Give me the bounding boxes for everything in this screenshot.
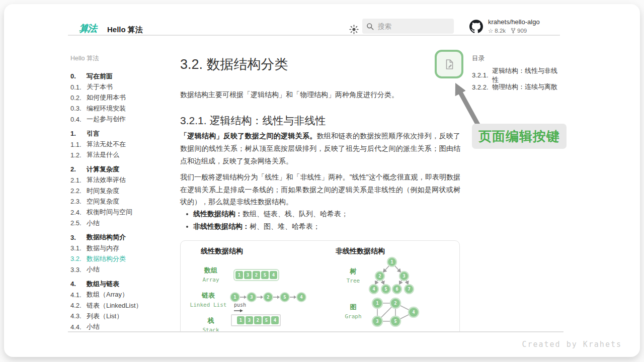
sidebar-item-4-4[interactable]: 4.4.小结 (70, 322, 176, 332)
sidebar-item-2-2[interactable]: 2.2.时间复杂度 (70, 186, 176, 196)
push-label: push (234, 302, 246, 308)
content-bottom-edge (68, 331, 564, 332)
section-heading: 3.2.1. 逻辑结构：线性与非线性 (180, 114, 460, 128)
sidebar-item-2-1[interactable]: 2.1.算法效率评估 (70, 175, 176, 186)
star-count: 8.2k (495, 28, 506, 34)
sidebar-title[interactable]: Hello 算法 (70, 54, 176, 63)
sidebar-nav: Hello 算法 0.写在前面 0.1.关于本书 0.2.如何使用本书 0.3.… (70, 54, 176, 332)
tree-label: 树 Tree (339, 267, 367, 284)
svg-text:3: 3 (403, 274, 405, 279)
linked-list-diagram: 1 3 2 5 4 (230, 291, 306, 303)
fork-count: 909 (517, 28, 527, 34)
arrow-icon (240, 292, 247, 302)
sidebar-item-3[interactable]: 3.数据结构简介 (70, 232, 176, 242)
sidebar-item-2-4[interactable]: 2.4.权衡时间与空间 (70, 207, 176, 218)
stack-label: 栈 Stack (190, 316, 232, 331)
bullet-list: 线性数据结构：数组、链表、栈、队列、哈希表； 非线性数据结构：树、图、堆、哈希表… (180, 208, 460, 233)
sidebar-item-1-2[interactable]: 1.2.算法是什么 (70, 150, 176, 160)
tree-diagram: 1 2 3 4 5 6 7 (366, 254, 418, 298)
sidebar-item-0-4[interactable]: 0.4.一起参与创作 (70, 114, 176, 125)
toc-title: 目录 (472, 54, 562, 63)
search-box[interactable] (362, 19, 454, 34)
graph-diagram: 1 2 4 3 5 (369, 296, 422, 329)
svg-text:2: 2 (378, 274, 381, 279)
sidebar-item-3-1[interactable]: 3.1.数据与内存 (70, 243, 176, 253)
sidebar-item-2[interactable]: 2.计算复杂度 (70, 164, 176, 174)
repo-name: krahets/hello-algo (488, 18, 540, 26)
sidebar-item-0-2[interactable]: 0.2.如何使用本书 (70, 93, 176, 103)
array-label: 数组 Array (190, 266, 232, 283)
edit-page-button[interactable] (435, 50, 463, 78)
list-item: 非线性数据结构：树、图、堆、哈希表； (180, 221, 460, 233)
annotation-arrow-icon (445, 79, 483, 129)
sidebar-item-4[interactable]: 4.数组与链表 (70, 279, 176, 289)
array-diagram: 1 3 2 5 4 (233, 269, 279, 281)
brightness-icon (349, 25, 359, 34)
fork-icon (511, 28, 516, 34)
svg-text:1: 1 (390, 259, 393, 264)
stack-diagram: 1 3 2 5 4 (231, 314, 281, 326)
repo-stats: ☆8.2k 909 (488, 27, 540, 34)
svg-text:5: 5 (394, 319, 396, 324)
sidebar-item-2-5[interactable]: 2.5.小结 (70, 218, 176, 228)
sidebar-item-0[interactable]: 0.写在前面 (70, 71, 176, 81)
svg-text:7: 7 (408, 287, 410, 292)
sidebar-item-3-3[interactable]: 3.3.小结 (70, 264, 176, 275)
logical-structure-paragraph: 「逻辑结构」反映了数据之间的逻辑关系。数组和链表的数据按照顺序依次排列，反映了数… (180, 130, 460, 167)
page-toc: 目录 3.2.1.逻辑结构：线性与非线性 3.2.2.物理结构：连续与离散 (472, 54, 562, 93)
sidebar-item-3-2-active[interactable]: 3.2.数据结构分类 (70, 253, 176, 264)
svg-text:6: 6 (395, 287, 398, 292)
sidebar-item-1-1[interactable]: 1.1.算法无处不在 (70, 139, 176, 149)
arrow-icon (290, 292, 296, 302)
graph-label: 图 Graph (337, 303, 370, 320)
search-input[interactable] (378, 23, 443, 30)
figure-linear-title: 线性数据结构 (201, 247, 243, 256)
sidebar-item-4-3[interactable]: 4.3.列表（List） (70, 311, 176, 321)
search-icon (366, 23, 374, 30)
annotation-label: 页面编辑按键 (472, 124, 567, 149)
sidebar-item-0-1[interactable]: 0.1.关于本书 (70, 81, 176, 92)
star-icon: ☆ (488, 27, 493, 34)
edit-file-icon (443, 58, 455, 70)
toc-item-logical[interactable]: 3.2.1.逻辑结构：线性与非线性 (472, 69, 562, 81)
svg-text:2: 2 (394, 301, 396, 306)
push-arrow-icon (234, 309, 243, 313)
arrow-icon (257, 292, 263, 302)
watermark: Created by Krahets (522, 340, 622, 349)
svg-text:1: 1 (376, 301, 378, 306)
sidebar-item-4-1[interactable]: 4.1.数组（Array） (70, 289, 176, 300)
bullet-dot (186, 213, 188, 215)
intro-paragraph: 数据结构主要可根据「逻辑结构」和「物理结构」两种角度进行分类。 (180, 88, 460, 101)
bullet-dot (186, 226, 188, 228)
github-repo-link[interactable]: krahets/hello-algo ☆8.2k 909 (469, 18, 540, 34)
svg-text:3: 3 (376, 319, 378, 324)
data-structures-figure: 线性数据结构 非线性数据结构 数组 Array 1 3 2 5 4 链表 Lin… (180, 240, 460, 331)
page-card: 算法 Hello 算法 krahets/hello-algo ☆8.2k (4, 4, 640, 357)
sidebar-item-2-3[interactable]: 2.3.空间复杂度 (70, 196, 176, 207)
sidebar-item-4-2[interactable]: 4.2.链表（LinkedList） (70, 300, 176, 311)
header-divider (68, 35, 560, 36)
github-icon (469, 20, 483, 33)
arrow-icon (273, 292, 280, 302)
page-title: 3.2. 数据结构分类 (180, 55, 460, 73)
linked-list-label: 链表 Linked List (181, 291, 236, 308)
sidebar-item-0-3[interactable]: 0.3.编程环境安装 (70, 103, 176, 114)
sidebar-item-1[interactable]: 1.引言 (70, 128, 176, 139)
svg-text:4: 4 (412, 310, 415, 315)
linear-nonlinear-paragraph: 我们一般将逻辑结构分为「线性」和「非线性」两种。"线性"这个概念很直观，即表明数… (180, 171, 460, 208)
svg-text:5: 5 (384, 287, 387, 292)
toc-item-physical[interactable]: 3.2.2.物理结构：连续与离散 (472, 81, 562, 94)
svg-text:4: 4 (372, 287, 375, 292)
list-item: 线性数据结构：数组、链表、栈、队列、哈希表； (180, 208, 460, 221)
figure-card: 线性数据结构 非线性数据结构 数组 Array 1 3 2 5 4 链表 Lin… (180, 240, 460, 331)
